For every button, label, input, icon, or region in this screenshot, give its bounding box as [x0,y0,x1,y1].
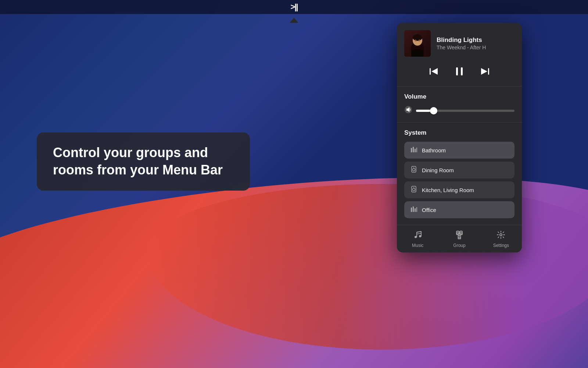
svg-rect-8 [430,68,431,75]
svg-rect-10 [456,67,458,75]
volume-slider[interactable] [416,110,514,112]
speaker-icon-kitchen [410,186,417,192]
volume-fill [416,110,434,112]
svg-marker-9 [431,68,438,75]
svg-point-30 [415,236,417,238]
svg-point-37 [461,232,462,233]
room-item-bathroom[interactable]: Bathroom [404,142,514,159]
album-art [404,30,431,57]
svg-rect-17 [413,147,414,152]
music-tab-label: Music [412,243,423,248]
popup-arrow [290,18,298,23]
svg-rect-11 [461,67,463,75]
track-text: Blinding Lights The Weeknd - After H [437,36,514,50]
callout-box: Control your groups and rooms from your … [37,132,250,191]
svg-point-5 [415,40,416,42]
speaker-icon [404,106,412,114]
room-item-office[interactable]: Office [404,201,514,218]
music-icon [413,230,422,239]
svg-point-4 [413,34,422,41]
group-tab-icon [455,230,464,241]
room-icon-kitchen [410,186,417,194]
svg-rect-29 [416,207,417,212]
track-info: Blinding Lights The Weeknd - After H [404,30,514,57]
room-name-bathroom: Bathroom [422,147,446,153]
room-name-kitchen: Kitchen, Living Room [422,187,474,193]
music-tab-icon [413,230,422,241]
room-item-dining[interactable]: Dining Room [404,162,514,178]
prev-icon [429,66,439,77]
playback-controls [404,63,514,80]
system-label: System [404,129,514,137]
room-list: Bathroom Dining Room [404,142,514,218]
svg-point-24 [413,188,415,191]
next-button[interactable] [480,66,490,77]
volume-label: Volume [404,93,514,100]
gear-icon [496,230,505,239]
room-icon-dining [410,166,417,174]
callout-text: Control your groups and rooms from your … [53,145,223,177]
prev-button[interactable] [429,66,439,77]
svg-point-31 [419,235,421,237]
svg-rect-16 [411,148,412,152]
pause-button[interactable] [453,66,465,77]
svg-rect-23 [412,186,416,192]
settings-tab-label: Settings [493,243,509,248]
bars-icon-bathroom [410,146,417,153]
svg-point-22 [413,167,414,168]
next-icon [480,66,490,77]
svg-rect-20 [412,166,416,172]
volume-icon [404,106,412,116]
svg-point-21 [413,169,415,171]
track-title: Blinding Lights [437,36,514,44]
svg-point-41 [500,234,502,236]
svg-rect-27 [413,206,414,212]
volume-thumb[interactable] [430,107,437,114]
svg-point-6 [419,40,420,42]
room-item-kitchen[interactable]: Kitchen, Living Room [404,181,514,198]
svg-rect-19 [416,148,417,152]
system-section: System Bathroom [397,123,522,225]
menu-bar-icon[interactable]: >|| [290,2,297,12]
room-name-office: Office [422,207,436,213]
group-icon [455,230,464,239]
artist-portrait [404,30,431,57]
track-subtitle: The Weeknd - After H [437,45,514,50]
popup-panel: Blinding Lights The Weeknd - After H [397,23,522,252]
room-icon-bathroom [410,146,417,154]
svg-point-34 [458,232,458,233]
svg-point-25 [413,187,414,188]
tab-music[interactable]: Music [397,225,438,252]
menu-bar: >|| [0,0,588,14]
svg-marker-13 [481,68,487,75]
svg-point-36 [460,233,462,234]
svg-rect-12 [488,68,489,75]
svg-rect-18 [415,149,416,152]
svg-point-39 [459,237,460,238]
group-tab-label: Group [453,243,465,248]
svg-point-33 [457,233,458,234]
tab-settings[interactable]: Settings [480,225,522,252]
bars-icon-office [410,206,417,212]
pause-icon [453,66,465,77]
volume-slider-container [404,106,514,116]
bottom-tabs: Music Group [397,225,522,252]
settings-tab-icon [496,230,505,241]
room-name-dining: Dining Room [422,167,454,173]
volume-section: Volume [397,86,522,122]
room-icon-office [410,206,417,214]
tab-group[interactable]: Group [438,225,480,252]
svg-point-40 [459,236,460,237]
now-playing-section: Blinding Lights The Weeknd - After H [397,23,522,86]
speaker-icon-dining [410,166,417,173]
svg-rect-26 [411,208,412,212]
svg-rect-28 [415,208,416,212]
